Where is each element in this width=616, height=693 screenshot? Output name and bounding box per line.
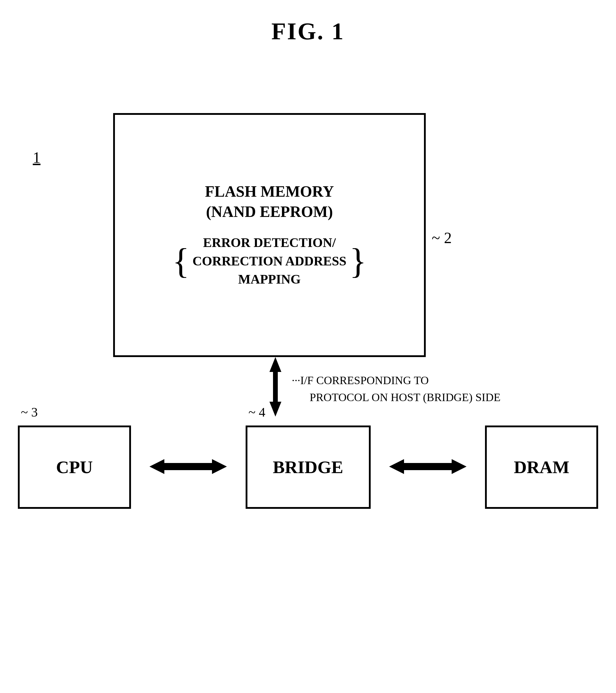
- error-detection-text: ERROR DETECTION/ CORRECTION ADDRESS MAPP…: [192, 234, 346, 289]
- svg-rect-4: [164, 463, 213, 470]
- curly-brace-right-icon: }: [349, 243, 367, 279]
- svg-marker-2: [269, 402, 281, 417]
- svg-marker-6: [389, 459, 404, 474]
- bridge-box: BRIDGE: [246, 425, 371, 509]
- svg-marker-8: [451, 459, 466, 474]
- ref-3-label: ~ 3: [21, 405, 38, 420]
- bridge-dram-arrow: [389, 455, 466, 480]
- ref-4-label: ~ 4: [249, 405, 266, 420]
- ref-2-label: ~ 2: [432, 229, 451, 247]
- if-label: ···I/F CORRESPONDING TO PROTOCOL ON HOST…: [292, 372, 500, 406]
- vertical-arrow: [267, 357, 284, 417]
- svg-marker-3: [150, 459, 165, 474]
- curly-brace-left-icon: {: [172, 243, 190, 279]
- ref-1-label: 1: [33, 149, 40, 166]
- cpu-bridge-arrow: [150, 455, 227, 480]
- svg-rect-1: [273, 371, 278, 402]
- cpu-box: CPU: [18, 425, 131, 509]
- svg-marker-5: [212, 459, 227, 474]
- svg-marker-0: [269, 357, 281, 372]
- flash-memory-title: FLASH MEMORY (NAND EEPROM): [205, 181, 334, 222]
- flash-memory-box: FLASH MEMORY (NAND EEPROM) { ERROR DETEC…: [113, 113, 426, 357]
- dram-box: DRAM: [485, 425, 598, 509]
- page-title: FIG. 1: [0, 0, 616, 45]
- svg-rect-7: [403, 463, 452, 470]
